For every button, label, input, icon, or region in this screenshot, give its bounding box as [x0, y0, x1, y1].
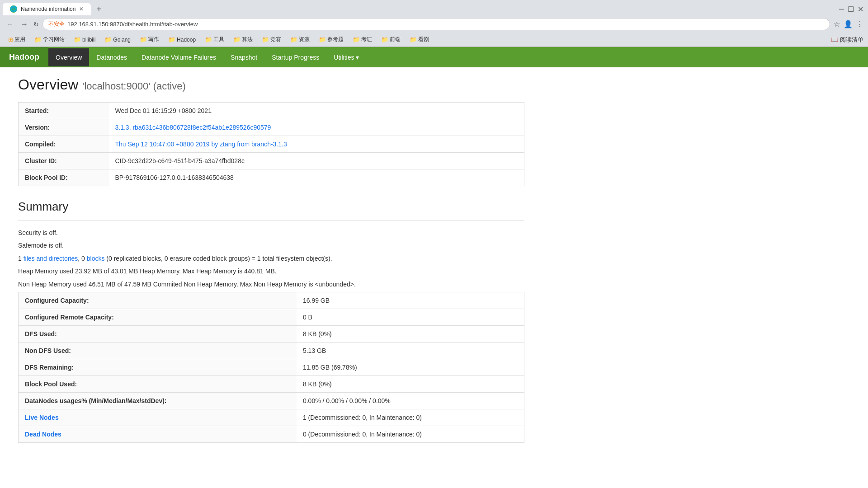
table-row: Live Nodes 1 (Decommissioned: 0, In Main…	[19, 409, 524, 426]
non-dfs-used-value: 5.13 GB	[297, 342, 524, 359]
table-row: Compiled: Thu Sep 12 10:47:00 +0800 2019…	[19, 136, 524, 153]
page-title: Overview 'localhost:9000' (active)	[18, 76, 524, 93]
tab-close-button[interactable]: ✕	[79, 6, 84, 12]
compiled-value: Thu Sep 12 10:47:00 +0800 2019 by ztang …	[109, 136, 524, 153]
blocks-link[interactable]: blocks	[87, 255, 105, 262]
bookmark-apps[interactable]: ⊞ 应用	[5, 35, 29, 44]
filesystem-summary: 1 files and directories, 0 blocks (0 rep…	[18, 253, 524, 263]
bookmark-tools[interactable]: 📁 工具	[201, 35, 228, 44]
bookmark-frontend[interactable]: 📁 前端	[377, 35, 404, 44]
folder-icon: 📁	[168, 36, 175, 43]
bookmark-button[interactable]: ☆	[834, 20, 840, 28]
folder-icon: 📁	[381, 36, 388, 43]
block-pool-id-value: BP-917869106-127.0.0.1-1638346504638	[109, 169, 524, 186]
datanodes-usages-label: DataNodes usages% (Min/Median/Max/stdDev…	[19, 392, 297, 409]
folder-icon: 📁	[34, 36, 42, 43]
nav-datanode-volume-failures[interactable]: Datanode Volume Failures	[134, 48, 223, 66]
section-divider	[18, 221, 524, 221]
dead-nodes-label: Dead Nodes	[19, 426, 297, 442]
cluster-id-value: CID-9c32d22b-c649-451f-b475-a3a74fbd028c	[109, 153, 524, 169]
profile-button[interactable]: 👤	[844, 20, 853, 28]
reload-button[interactable]: ↻	[33, 21, 39, 28]
new-tab-button[interactable]: +	[93, 5, 105, 14]
dfs-remaining-value: 11.85 GB (69.78%)	[297, 359, 524, 375]
dead-nodes-value: 0 (Decommissioned: 0, In Maintenance: 0)	[297, 426, 524, 442]
hadoop-navbar: Hadoop Overview Datanodes Datanode Volum…	[0, 47, 868, 67]
block-pool-used-label: Block Pool Used:	[19, 375, 297, 392]
bookmark-writing[interactable]: 📁 写作	[136, 35, 163, 44]
page-subtitle: 'localhost:9000' (active)	[82, 80, 186, 92]
bookmark-competition[interactable]: 📁 竞赛	[258, 35, 285, 44]
bookmark-hadoop[interactable]: 📁 Hadoop	[165, 35, 199, 44]
block-pool-id-label: Block Pool ID:	[19, 169, 109, 186]
bookmark-golang-label: Golang	[113, 37, 131, 43]
files-directories-link[interactable]: files and directories	[24, 255, 78, 262]
bookmark-study[interactable]: 📁 学习网站	[31, 35, 68, 44]
live-nodes-link[interactable]: Live Nodes	[25, 414, 59, 421]
non-dfs-used-label: Non DFS Used:	[19, 342, 297, 359]
bookmark-reference[interactable]: 📁 参考题	[315, 35, 347, 44]
menu-button[interactable]: ⋮	[856, 20, 863, 28]
started-label: Started:	[19, 103, 109, 119]
forward-button[interactable]: →	[19, 19, 30, 29]
configured-capacity-value: 16.99 GB	[297, 292, 524, 309]
compiled-label: Compiled:	[19, 136, 109, 153]
bookmark-video[interactable]: 📁 看剧	[406, 35, 433, 44]
bookmark-algorithm[interactable]: 📁 算法	[230, 35, 256, 44]
configured-remote-capacity-value: 0 B	[297, 309, 524, 325]
folder-icon: 📁	[319, 36, 326, 43]
bookmark-cert[interactable]: 📁 考证	[349, 35, 376, 44]
address-bar: ← → ↻ 不安全 192.168.91.150:9870/dfshealth.…	[0, 15, 868, 33]
close-button[interactable]: ✕	[858, 5, 863, 14]
nav-overview[interactable]: Overview	[48, 48, 89, 66]
bookmark-cert-label: 考证	[361, 36, 372, 43]
window-controls: ─ ☐ ✕	[839, 5, 868, 14]
folder-icon: 📁	[353, 36, 360, 43]
folder-icon: 📁	[104, 36, 112, 43]
summary-title: Summary	[18, 200, 524, 214]
nav-snapshot[interactable]: Snapshot	[223, 48, 264, 66]
bookmark-competition-label: 竞赛	[270, 36, 281, 43]
bookmark-reference-label: 参考题	[327, 36, 344, 43]
bookmark-algorithm-label: 算法	[242, 36, 253, 43]
configured-remote-capacity-label: Configured Remote Capacity:	[19, 309, 297, 325]
live-nodes-label: Live Nodes	[19, 409, 297, 426]
nav-datanodes[interactable]: Datanodes	[89, 48, 134, 66]
active-tab[interactable]: 🌐 Namenode information ✕	[3, 3, 91, 15]
nav-startup-progress[interactable]: Startup Progress	[264, 48, 326, 66]
non-heap-memory-info: Non Heap Memory used 46.51 MB of 47.59 M…	[18, 279, 524, 289]
block-pool-used-value: 8 KB (0%)	[297, 375, 524, 392]
table-row: Block Pool Used: 8 KB (0%)	[19, 375, 524, 392]
address-input[interactable]: 不安全 192.168.91.150:9870/dfshealth.html#t…	[42, 18, 830, 30]
summary-table: Configured Capacity: 16.99 GB Configured…	[18, 292, 524, 443]
folder-icon: 📁	[205, 36, 212, 43]
maximize-button[interactable]: ☐	[848, 5, 854, 14]
bookmark-bilibili[interactable]: 📁 bilibili	[70, 35, 99, 44]
started-value: Wed Dec 01 16:15:29 +0800 2021	[109, 103, 524, 119]
dfs-used-label: DFS Used:	[19, 325, 297, 342]
table-row: DFS Used: 8 KB (0%)	[19, 325, 524, 342]
reading-list-icon[interactable]: 📖 阅读清单	[831, 36, 863, 44]
bookmark-bilibili-label: bilibili	[82, 37, 95, 43]
minimize-button[interactable]: ─	[839, 5, 844, 14]
nav-utilities[interactable]: Utilities	[326, 48, 366, 66]
bookmark-tools-label: 工具	[213, 36, 224, 43]
compiled-link[interactable]: Thu Sep 12 10:47:00 +0800 2019 by ztang …	[115, 141, 287, 148]
tab-favicon: 🌐	[10, 5, 17, 13]
version-link[interactable]: 3.1.3, rba631c436b806728f8ec2f54ab1e2895…	[115, 124, 271, 131]
bookmark-resources[interactable]: 📁 资源	[287, 35, 313, 44]
bookmarks-bar: ⊞ 应用 📁 学习网站 📁 bilibili 📁 Golang 📁 写作 📁 H…	[0, 33, 868, 47]
tab-title: Namenode information	[21, 6, 75, 12]
table-row: Block Pool ID: BP-917869106-127.0.0.1-16…	[19, 169, 524, 186]
back-button[interactable]: ←	[5, 19, 15, 29]
hadoop-brand: Hadoop	[0, 47, 48, 67]
bookmark-frontend-label: 前端	[390, 36, 401, 43]
bookmark-golang[interactable]: 📁 Golang	[101, 35, 134, 44]
table-row: Dead Nodes 0 (Decommissioned: 0, In Main…	[19, 426, 524, 442]
main-content: Overview 'localhost:9000' (active) Start…	[0, 67, 542, 452]
configured-capacity-label: Configured Capacity:	[19, 292, 297, 309]
dead-nodes-link[interactable]: Dead Nodes	[25, 431, 61, 438]
folder-icon: 📁	[410, 36, 417, 43]
table-row: Cluster ID: CID-9c32d22b-c649-451f-b475-…	[19, 153, 524, 169]
table-row: Started: Wed Dec 01 16:15:29 +0800 2021	[19, 103, 524, 119]
